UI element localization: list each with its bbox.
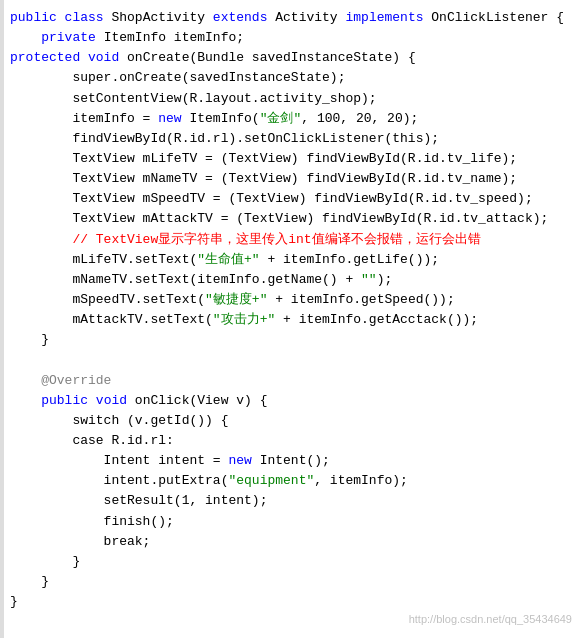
code-token: "金剑" [260,111,302,126]
code-token: mAttackTV.setText( [10,312,213,327]
code-line: private ItemInfo itemInfo; [10,28,576,48]
code-token: "equipment" [228,473,314,488]
code-line: findViewById(R.id.rl).setOnClickListener… [10,129,576,149]
code-line: } [10,552,576,572]
code-token: } [10,574,49,589]
code-token: TextView mSpeedTV = (TextView) findViewB… [10,191,533,206]
code-token: @Override [10,373,111,388]
code-token: new [228,453,259,468]
code-line: itemInfo = new ItemInfo("金剑", 100, 20, 2… [10,109,576,129]
code-token: OnClickListener { [431,10,564,25]
code-token: switch (v.getId()) { [10,413,228,428]
code-line: TextView mLifeTV = (TextView) findViewBy… [10,149,576,169]
code-line: break; [10,532,576,552]
code-line: public void onClick(View v) { [10,391,576,411]
code-line [10,350,576,370]
code-token: TextView mLifeTV = (TextView) findViewBy… [10,151,517,166]
code-token: setResult(1, intent); [10,493,267,508]
code-line: } [10,572,576,592]
code-token: findViewById(R.id.rl).setOnClickListener… [10,131,439,146]
code-token: Intent(); [260,453,330,468]
code-line: super.onCreate(savedInstanceState); [10,68,576,88]
code-token: } [10,332,49,347]
code-token: "攻击力+" [213,312,275,327]
code-token: + itemInfo.getAcctack()); [275,312,478,327]
code-token: "" [361,272,377,287]
code-line: intent.putExtra("equipment", itemInfo); [10,471,576,491]
code-token: Intent intent = [10,453,228,468]
code-token: } [10,554,80,569]
code-token: TextView mAttackTV = (TextView) findView… [10,211,548,226]
code-line: mAttackTV.setText("攻击力+" + itemInfo.getA… [10,310,576,330]
code-token: TextView mNameTV = (TextView) findViewBy… [10,171,517,186]
code-token: public class [10,10,111,25]
code-line: case R.id.rl: [10,431,576,451]
code-editor: public class ShopActivity extends Activi… [0,0,582,638]
code-token: case R.id.rl: [10,433,174,448]
code-line: setContentView(R.layout.activity_shop); [10,89,576,109]
code-content: public class ShopActivity extends Activi… [6,8,576,612]
code-token: mNameTV.setText(itemInfo.getName() + [10,272,361,287]
code-token: break; [10,534,150,549]
code-token: super.onCreate(savedInstanceState); [10,70,345,85]
code-token: mSpeedTV.setText( [10,292,205,307]
code-token: } [10,594,18,609]
code-token: onCreate(Bundle savedInstanceState) { [127,50,416,65]
code-token: itemInfo = [10,111,158,126]
code-token: implements [345,10,431,25]
code-token: new [158,111,189,126]
code-token: // TextView显示字符串，这里传入int值编译不会报错，运行会出错 [10,232,481,247]
code-line: public class ShopActivity extends Activi… [10,8,576,28]
code-token: , 100, 20, 20); [301,111,418,126]
code-line: Intent intent = new Intent(); [10,451,576,471]
code-line: mSpeedTV.setText("敏捷度+" + itemInfo.getSp… [10,290,576,310]
code-line: setResult(1, intent); [10,491,576,511]
code-line: TextView mSpeedTV = (TextView) findViewB… [10,189,576,209]
code-token: + itemInfo.getSpeed()); [267,292,454,307]
code-line: TextView mNameTV = (TextView) findViewBy… [10,169,576,189]
code-token: , itemInfo); [314,473,408,488]
code-token: void [96,393,135,408]
code-token: ItemInfo itemInfo; [104,30,244,45]
code-line: } [10,592,576,612]
code-line: TextView mAttackTV = (TextView) findView… [10,209,576,229]
code-token: "敏捷度+" [205,292,267,307]
code-token: setContentView(R.layout.activity_shop); [10,91,377,106]
code-line: switch (v.getId()) { [10,411,576,431]
code-token: finish(); [10,514,174,529]
code-token: ); [377,272,393,287]
code-line: // TextView显示字符串，这里传入int值编译不会报错，运行会出错 [10,230,576,250]
code-token: protected [10,50,88,65]
code-token: ItemInfo( [189,111,259,126]
code-token: private [10,30,104,45]
code-token: mLifeTV.setText( [10,252,197,267]
code-token: void [88,50,127,65]
watermark: http://blog.csdn.net/qq_35434649 [409,611,572,628]
left-border-decoration [0,0,4,638]
code-line: protected void onCreate(Bundle savedInst… [10,48,576,68]
code-line: finish(); [10,512,576,532]
code-token: extends [213,10,275,25]
code-line: mNameTV.setText(itemInfo.getName() + "")… [10,270,576,290]
code-line: mLifeTV.setText("生命值+" + itemInfo.getLif… [10,250,576,270]
code-token: Activity [275,10,345,25]
code-token: ShopActivity [111,10,212,25]
code-token: intent.putExtra( [10,473,228,488]
code-token: + itemInfo.getLife()); [260,252,439,267]
code-line: } [10,330,576,350]
code-token: public [10,393,96,408]
code-token: onClick(View v) { [135,393,268,408]
code-line: @Override [10,371,576,391]
code-token: "生命值+" [197,252,259,267]
